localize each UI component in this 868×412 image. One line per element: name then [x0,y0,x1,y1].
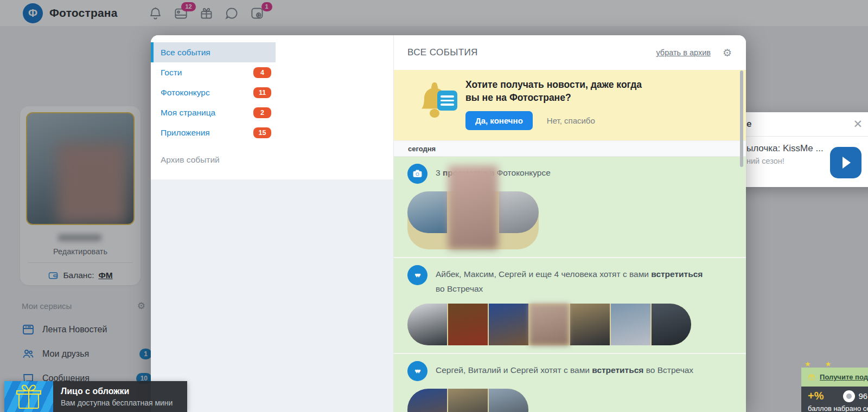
photo-thumbnail[interactable] [407,191,447,233]
menu-item-all-events[interactable]: Все события [151,42,276,62]
event-photos[interactable] [407,389,528,412]
photo-thumbnail[interactable] [611,304,650,345]
promo-toast[interactable]: Лицо с обложки Вам доступна бесплатная м… [4,381,187,412]
bonus-widget: ★★ Получите под +% 96 баллов набрано се [801,362,868,412]
banner-title-line2: вы не на Фотостране? [465,92,642,105]
close-icon[interactable]: ✕ [853,118,863,131]
events-settings-gear-icon[interactable]: ⚙ [723,48,732,58]
game-subtitle: ний сезон! [746,157,824,165]
menu-item-my-page[interactable]: Моя страница 2 [151,102,276,123]
bell-notification-icon [416,79,460,130]
events-modal: Все события Гости 4 Фотоконкурс 11 Моя с… [151,35,746,412]
banner-title-line1: Хотите получать новости, даже когда [465,79,642,92]
event-photos[interactable] [407,304,691,345]
menu-item-photocontest[interactable]: Фотоконкурс 11 [151,82,276,102]
day-divider: сегодня [394,140,746,157]
menu-item-apps[interactable]: Приложения 15 [151,123,276,143]
event-item-meet-requests[interactable]: ♥♥ Айбек, Максим, Сергей и еще 4 человек… [394,257,746,353]
coin-icon [843,390,855,402]
events-menu-column: Все события Гости 4 Фотоконкурс 11 Моя с… [151,35,393,412]
photo-thumbnail[interactable] [407,304,447,345]
photo-thumbnail[interactable] [448,389,488,412]
event-text: Айбек, Максим, Сергей и еще 4 человека х… [436,265,710,296]
photo-thumbnail[interactable] [489,389,528,412]
photo-thumbnail[interactable] [448,304,488,345]
menu-item-archive[interactable]: Архив событий [151,150,276,170]
menu-label: Архив событий [161,155,220,165]
play-button[interactable] [830,147,861,178]
event-item-meet-requests[interactable]: ♥♥ Сергей, Виталий и Сергей хотят с вами… [394,353,746,412]
bonus-percent: +% [808,390,824,402]
gift-icon [808,371,815,384]
menu-badge: 2 [253,107,271,118]
camera-icon [407,164,427,184]
points-value: 96 [858,391,867,401]
events-list-column: ВСЕ СОБЫТИЯ убрать в архив ⚙ Хотите полу… [393,35,746,412]
menu-badge: 4 [253,67,271,78]
stars-decoration: ★★ [805,360,845,368]
event-item-photocontest-views[interactable]: 3 просмотра в Фотоконкурсе [394,157,746,257]
scrollbar-thumb[interactable] [740,70,743,167]
subscribe-yes-button[interactable]: Да, конечно [465,111,533,130]
menu-badge: 11 [253,87,271,98]
menu-label: Приложения [161,128,210,138]
hearts-icon: ♥♥ [407,265,427,285]
get-gift-link[interactable]: Получите под [820,373,868,381]
menu-badge: 15 [253,127,271,138]
toast-title: Лицо с обложки [61,387,181,396]
photo-thumbnail[interactable] [407,389,447,412]
photo-thumbnail[interactable] [499,191,539,233]
photo-thumbnail[interactable] [652,304,691,345]
points-caption: баллов набрано се [808,404,868,412]
menu-label: Фотоконкурс [161,88,210,98]
news-list-icon [437,91,457,111]
menu-item-guests[interactable]: Гости 4 [151,62,276,82]
gift-promo-image [4,381,53,412]
photo-thumbnail[interactable] [489,304,528,345]
game-title: ылочка: KissMe ... [746,143,824,154]
event-text: Сергей, Виталий и Сергей хотят с вами вс… [436,361,693,377]
event-photos[interactable] [407,191,539,249]
push-subscribe-banner: Хотите получать новости, даже когда вы н… [394,70,746,140]
hearts-icon: ♥♥ [407,361,427,381]
menu-label: Моя страница [161,108,215,118]
games-panel-title: е [746,119,751,130]
archive-all-link[interactable]: убрать в архив [656,48,711,57]
menu-label: Все события [161,48,210,57]
menu-label: Гости [161,68,182,78]
events-title: ВСЕ СОБЫТИЯ [407,47,478,58]
photo-thumbnail[interactable] [570,304,610,345]
photo-thumbnail[interactable] [448,165,498,249]
toast-subtitle: Вам доступна бесплатная мини [61,398,181,407]
photo-thumbnail[interactable] [529,304,569,345]
subscribe-no-button[interactable]: Нет, спасибо [547,116,595,125]
